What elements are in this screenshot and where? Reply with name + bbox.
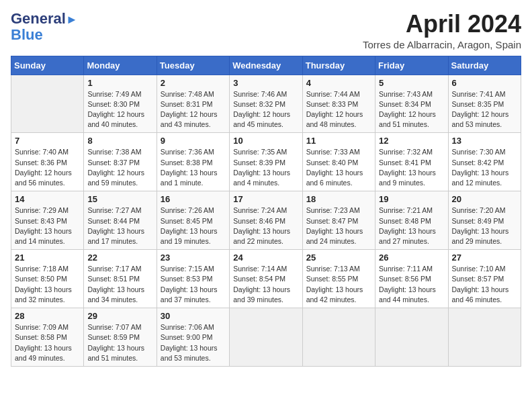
day-number: 5 — [379, 78, 444, 88]
day-number: 25 — [306, 253, 371, 263]
day-info: Sunrise: 7:35 AMSunset: 8:39 PMDaylight:… — [233, 147, 298, 188]
day-info: Sunrise: 7:15 AMSunset: 8:53 PMDaylight:… — [161, 264, 226, 305]
day-number: 10 — [233, 136, 298, 146]
day-number: 21 — [15, 253, 80, 263]
day-info: Sunrise: 7:10 AMSunset: 8:57 PMDaylight:… — [452, 264, 517, 305]
calendar-cell: 20Sunrise: 7:20 AMSunset: 8:49 PMDayligh… — [448, 191, 521, 250]
header-sunday: Sunday — [11, 56, 84, 75]
day-info: Sunrise: 7:43 AMSunset: 8:34 PMDaylight:… — [379, 89, 444, 130]
header-wednesday: Wednesday — [230, 56, 302, 75]
day-info: Sunrise: 7:49 AMSunset: 8:30 PMDaylight:… — [87, 89, 152, 130]
day-info: Sunrise: 7:14 AMSunset: 8:54 PMDaylight:… — [233, 264, 298, 305]
day-number: 14 — [15, 194, 80, 204]
calendar-cell: 19Sunrise: 7:21 AMSunset: 8:48 PMDayligh… — [375, 191, 448, 250]
header-saturday: Saturday — [448, 56, 521, 75]
day-number: 2 — [161, 78, 226, 88]
day-number: 1 — [87, 78, 152, 88]
header-friday: Friday — [375, 56, 448, 75]
day-info: Sunrise: 7:24 AMSunset: 8:46 PMDaylight:… — [233, 205, 298, 246]
day-number: 18 — [306, 194, 371, 204]
day-number: 27 — [452, 253, 517, 263]
day-number: 24 — [233, 253, 298, 263]
calendar-week-1: 1Sunrise: 7:49 AMSunset: 8:30 PMDaylight… — [11, 75, 521, 133]
calendar-cell: 9Sunrise: 7:36 AMSunset: 8:38 PMDaylight… — [157, 133, 229, 191]
logo-text: General► — [11, 11, 78, 27]
day-info: Sunrise: 7:11 AMSunset: 8:56 PMDaylight:… — [379, 264, 444, 305]
calendar-cell: 15Sunrise: 7:27 AMSunset: 8:44 PMDayligh… — [84, 191, 157, 250]
day-info: Sunrise: 7:33 AMSunset: 8:40 PMDaylight:… — [306, 147, 371, 188]
day-info: Sunrise: 7:46 AMSunset: 8:32 PMDaylight:… — [233, 89, 298, 130]
calendar-cell: 27Sunrise: 7:10 AMSunset: 8:57 PMDayligh… — [448, 250, 521, 308]
logo-bird-icon: ► — [66, 13, 78, 26]
month-title: April 2024 — [363, 11, 521, 38]
calendar-cell: 6Sunrise: 7:41 AMSunset: 8:35 PMDaylight… — [448, 75, 521, 133]
location-subtitle: Torres de Albarracin, Aragon, Spain — [363, 39, 521, 50]
day-info: Sunrise: 7:13 AMSunset: 8:55 PMDaylight:… — [306, 264, 371, 305]
calendar-cell: 10Sunrise: 7:35 AMSunset: 8:39 PMDayligh… — [230, 133, 302, 191]
day-number: 26 — [379, 253, 444, 263]
calendar-week-4: 21Sunrise: 7:18 AMSunset: 8:50 PMDayligh… — [11, 250, 521, 308]
calendar-cell — [11, 75, 84, 133]
day-info: Sunrise: 7:29 AMSunset: 8:43 PMDaylight:… — [15, 205, 80, 246]
day-number: 22 — [87, 253, 152, 263]
day-info: Sunrise: 7:26 AMSunset: 8:45 PMDaylight:… — [161, 205, 226, 246]
header-tuesday: Tuesday — [157, 56, 229, 75]
calendar-cell: 25Sunrise: 7:13 AMSunset: 8:55 PMDayligh… — [302, 250, 375, 308]
day-info: Sunrise: 7:38 AMSunset: 8:37 PMDaylight:… — [87, 147, 152, 188]
logo-blue: Blue — [11, 26, 43, 43]
day-number: 19 — [379, 194, 444, 204]
day-info: Sunrise: 7:27 AMSunset: 8:44 PMDaylight:… — [87, 205, 152, 246]
calendar-cell: 8Sunrise: 7:38 AMSunset: 8:37 PMDaylight… — [84, 133, 157, 191]
day-info: Sunrise: 7:32 AMSunset: 8:41 PMDaylight:… — [379, 147, 444, 188]
calendar-cell — [302, 308, 375, 367]
day-info: Sunrise: 7:18 AMSunset: 8:50 PMDaylight:… — [15, 264, 80, 305]
calendar-week-2: 7Sunrise: 7:40 AMSunset: 8:36 PMDaylight… — [11, 133, 521, 191]
day-number: 8 — [87, 136, 152, 146]
day-info: Sunrise: 7:36 AMSunset: 8:38 PMDaylight:… — [161, 147, 226, 188]
day-number: 23 — [161, 253, 226, 263]
title-block: April 2024 Torres de Albarracin, Aragon,… — [363, 11, 521, 50]
day-number: 28 — [15, 311, 80, 321]
day-number: 13 — [452, 136, 517, 146]
calendar-cell: 29Sunrise: 7:07 AMSunset: 8:59 PMDayligh… — [84, 308, 157, 367]
day-number: 11 — [306, 136, 371, 146]
calendar-cell: 18Sunrise: 7:23 AMSunset: 8:47 PMDayligh… — [302, 191, 375, 250]
day-info: Sunrise: 7:07 AMSunset: 8:59 PMDaylight:… — [87, 322, 152, 363]
calendar-cell — [448, 308, 521, 367]
calendar-cell: 2Sunrise: 7:48 AMSunset: 8:31 PMDaylight… — [157, 75, 229, 133]
calendar-cell: 28Sunrise: 7:09 AMSunset: 8:58 PMDayligh… — [11, 308, 84, 367]
day-number: 3 — [233, 78, 298, 88]
day-info: Sunrise: 7:44 AMSunset: 8:33 PMDaylight:… — [306, 89, 371, 130]
calendar-table: SundayMondayTuesdayWednesdayThursdayFrid… — [11, 56, 521, 367]
calendar-cell: 7Sunrise: 7:40 AMSunset: 8:36 PMDaylight… — [11, 133, 84, 191]
calendar-cell: 17Sunrise: 7:24 AMSunset: 8:46 PMDayligh… — [230, 191, 302, 250]
day-number: 4 — [306, 78, 371, 88]
calendar-cell: 21Sunrise: 7:18 AMSunset: 8:50 PMDayligh… — [11, 250, 84, 308]
day-number: 9 — [161, 136, 226, 146]
header-thursday: Thursday — [302, 56, 375, 75]
day-number: 6 — [452, 78, 517, 88]
calendar-cell: 30Sunrise: 7:06 AMSunset: 9:00 PMDayligh… — [157, 308, 229, 367]
day-number: 12 — [379, 136, 444, 146]
day-info: Sunrise: 7:17 AMSunset: 8:51 PMDaylight:… — [87, 264, 152, 305]
calendar-week-3: 14Sunrise: 7:29 AMSunset: 8:43 PMDayligh… — [11, 191, 521, 250]
day-number: 30 — [161, 311, 226, 321]
calendar-cell: 11Sunrise: 7:33 AMSunset: 8:40 PMDayligh… — [302, 133, 375, 191]
day-number: 7 — [15, 136, 80, 146]
calendar-cell: 22Sunrise: 7:17 AMSunset: 8:51 PMDayligh… — [84, 250, 157, 308]
logo: General► Blue — [11, 11, 78, 43]
day-info: Sunrise: 7:48 AMSunset: 8:31 PMDaylight:… — [161, 89, 226, 130]
calendar-cell: 13Sunrise: 7:30 AMSunset: 8:42 PMDayligh… — [448, 133, 521, 191]
day-number: 16 — [161, 194, 226, 204]
calendar-cell: 1Sunrise: 7:49 AMSunset: 8:30 PMDaylight… — [84, 75, 157, 133]
calendar-cell: 4Sunrise: 7:44 AMSunset: 8:33 PMDaylight… — [302, 75, 375, 133]
day-info: Sunrise: 7:20 AMSunset: 8:49 PMDaylight:… — [452, 205, 517, 246]
calendar-cell: 26Sunrise: 7:11 AMSunset: 8:56 PMDayligh… — [375, 250, 448, 308]
day-number: 17 — [233, 194, 298, 204]
calendar-cell — [230, 308, 302, 367]
day-info: Sunrise: 7:09 AMSunset: 8:58 PMDaylight:… — [15, 322, 80, 363]
day-info: Sunrise: 7:21 AMSunset: 8:48 PMDaylight:… — [379, 205, 444, 246]
logo-general: General — [11, 10, 66, 27]
header-monday: Monday — [84, 56, 157, 75]
calendar-cell: 23Sunrise: 7:15 AMSunset: 8:53 PMDayligh… — [157, 250, 229, 308]
